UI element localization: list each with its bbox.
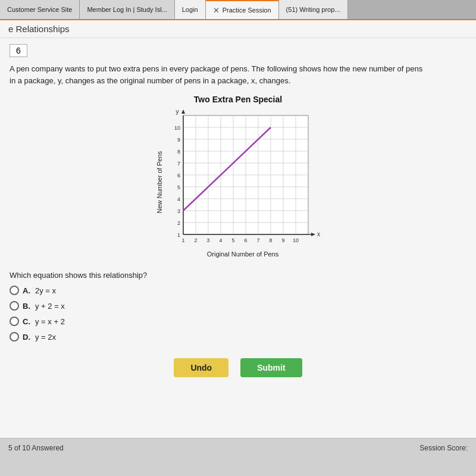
undo-button[interactable]: Undo	[174, 358, 228, 377]
footer-bar: 5 of 10 Answered Session Score:	[0, 438, 476, 457]
question-number: 6	[10, 44, 27, 57]
svg-text:7: 7	[177, 161, 180, 167]
answer-prompt: Which equation shows this relationship?	[10, 271, 466, 280]
y-axis-label: New Number of Pens	[156, 151, 163, 214]
svg-text:2: 2	[177, 220, 180, 226]
main-content: e Relationships 6 A pen company wants to…	[0, 20, 476, 457]
page-title: e Relationships	[0, 20, 476, 38]
svg-marker-23	[181, 109, 185, 114]
svg-text:9: 9	[281, 237, 284, 243]
svg-text:10: 10	[293, 237, 299, 243]
tab-login-label: Login	[182, 6, 198, 13]
radio-b[interactable]	[10, 301, 19, 311]
progress-text: 5 of 10 Answered	[8, 444, 64, 452]
chart-svg: y	[165, 107, 320, 249]
svg-text:6: 6	[244, 237, 247, 243]
svg-text:9: 9	[177, 137, 180, 143]
tab-practice-label: Practice Session	[223, 7, 271, 14]
tab-customer-service[interactable]: Customer Service Site	[0, 0, 80, 19]
radio-c[interactable]	[10, 317, 19, 326]
svg-text:5: 5	[231, 237, 234, 243]
choice-a[interactable]: A. 2y = x	[10, 286, 466, 295]
choice-b-equation: y + 2 = x	[35, 302, 65, 311]
svg-text:8: 8	[177, 149, 180, 155]
svg-text:y: y	[176, 108, 179, 115]
svg-text:x: x	[317, 231, 320, 237]
svg-text:10: 10	[174, 125, 180, 131]
tab-customer-service-label: Customer Service Site	[7, 6, 72, 13]
choice-a-letter: A.	[23, 286, 30, 295]
tab-writing-label: (51) Writing prop...	[286, 6, 340, 13]
svg-text:1: 1	[177, 232, 180, 238]
tab-member-login-label: Member Log In | Study Isl...	[87, 6, 167, 13]
session-score-text: Session Score:	[419, 444, 468, 452]
radio-a[interactable]	[10, 286, 19, 295]
choice-c[interactable]: C. y = x + 2	[10, 317, 466, 326]
chart-container: Two Extra Pen Special New Number of Pens…	[10, 95, 466, 258]
choice-c-letter: C.	[23, 317, 30, 326]
chart-title: Two Extra Pen Special	[194, 95, 282, 104]
svg-text:5: 5	[177, 184, 180, 190]
page-title-text: e Relationships	[8, 24, 70, 34]
choice-d-equation: y = 2x	[35, 333, 56, 342]
svg-text:1: 1	[181, 237, 184, 243]
tab-member-login[interactable]: Member Log In | Study Isl...	[80, 0, 174, 19]
answer-section: Which equation shows this relationship? …	[0, 267, 476, 351]
submit-button[interactable]: Submit	[240, 358, 302, 377]
x-axis-label: Original Number of Pens	[207, 250, 278, 258]
svg-text:6: 6	[177, 173, 180, 178]
choice-d[interactable]: D. y = 2x	[10, 332, 466, 342]
svg-text:2: 2	[194, 237, 197, 243]
tab-writing[interactable]: (51) Writing prop...	[279, 0, 348, 19]
choice-c-equation: y = x + 2	[35, 317, 65, 326]
tab-login[interactable]: Login	[175, 0, 206, 19]
svg-text:3: 3	[177, 208, 180, 214]
tabs-bar: Customer Service Site Member Log In | St…	[0, 0, 476, 20]
svg-text:8: 8	[269, 237, 272, 243]
choice-b-letter: B.	[23, 302, 30, 311]
svg-text:4: 4	[177, 196, 180, 202]
button-row: Undo Submit	[0, 351, 476, 382]
radio-d[interactable]	[10, 332, 19, 342]
chart-wrapper: New Number of Pens y	[156, 107, 320, 258]
choice-d-letter: D.	[23, 333, 30, 342]
chart-svg-area: y	[165, 107, 320, 258]
svg-marker-22	[311, 233, 315, 236]
close-icon[interactable]: ✕	[213, 6, 220, 15]
question-text: A pen company wants to put two extra pen…	[10, 63, 426, 86]
svg-text:3: 3	[206, 237, 209, 243]
svg-text:4: 4	[219, 237, 222, 243]
svg-text:7: 7	[256, 237, 259, 243]
tab-practice-session[interactable]: ✕ Practice Session	[206, 0, 279, 19]
choice-a-equation: 2y = x	[35, 286, 56, 295]
question-area: 6 A pen company wants to put two extra p…	[0, 38, 476, 267]
choice-b[interactable]: B. y + 2 = x	[10, 301, 466, 311]
